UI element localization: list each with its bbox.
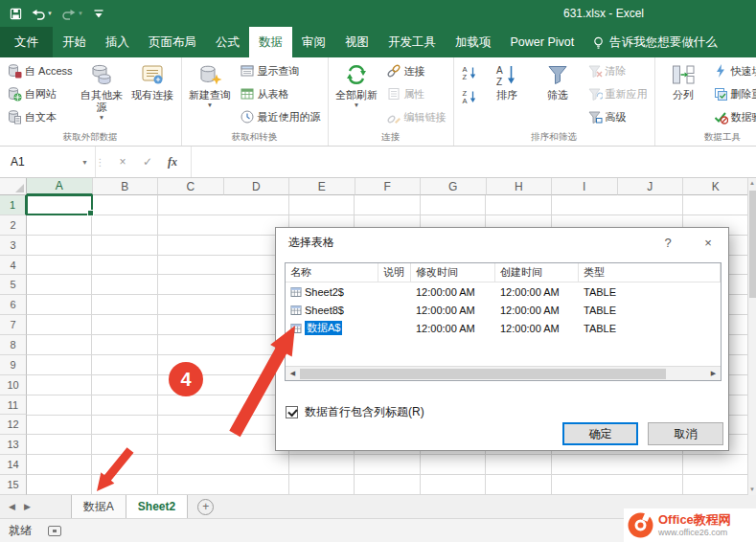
name-box-dropdown-icon[interactable]: ▼: [81, 159, 88, 166]
undo-dropdown-icon[interactable]: ▼: [47, 11, 53, 16]
row-header[interactable]: 13: [0, 435, 27, 455]
list-horizontal-scrollbar[interactable]: ◀ ▶: [286, 366, 721, 380]
column-header[interactable]: D: [224, 178, 290, 195]
list-row[interactable]: Sheet8$ 12:00:00 AM 12:00:00 AM TABLE: [286, 301, 721, 319]
row-header[interactable]: 2: [0, 215, 27, 236]
undo-button[interactable]: ▼: [32, 8, 53, 20]
row-header[interactable]: 9: [0, 355, 27, 375]
show-queries-button[interactable]: 显示查询: [236, 59, 325, 82]
row-header[interactable]: 15: [0, 475, 27, 495]
list-scroll-thumb[interactable]: [300, 369, 666, 379]
advanced-filter-button[interactable]: 高级: [584, 105, 652, 128]
clear-filter-button[interactable]: 清除: [584, 59, 652, 82]
column-header[interactable]: A: [27, 178, 93, 195]
column-header-name[interactable]: 名称: [286, 263, 378, 282]
from-web-button[interactable]: 自网站: [3, 82, 77, 105]
dialog-help-button[interactable]: ?: [648, 228, 688, 257]
connections-button[interactable]: 连接: [382, 59, 450, 82]
row-header[interactable]: 10: [0, 375, 27, 395]
scroll-left-icon[interactable]: ◀: [286, 370, 300, 377]
tab-developer[interactable]: 开发工具: [378, 27, 446, 57]
tab-review[interactable]: 审阅: [292, 27, 335, 57]
list-row-selected[interactable]: 数据A$ 12:00:00 AM 12:00:00 AM TABLE: [286, 319, 721, 337]
column-header[interactable]: B: [93, 178, 159, 195]
row-header[interactable]: 7: [0, 315, 27, 335]
macro-record-icon[interactable]: [48, 526, 61, 536]
select-all-corner[interactable]: [0, 178, 27, 195]
row-header[interactable]: 5: [0, 275, 27, 295]
flash-fill-button[interactable]: 快速填充: [709, 59, 756, 82]
scroll-down-icon[interactable]: ▼: [748, 485, 756, 495]
first-row-headers-checkbox[interactable]: [286, 406, 298, 418]
vertical-scrollbar[interactable]: ▲ ▼: [747, 178, 756, 495]
list-row[interactable]: Sheet2$ 12:00:00 AM 12:00:00 AM TABLE: [286, 282, 721, 301]
column-header[interactable]: C: [158, 178, 224, 195]
new-query-button[interactable]: 新建查询 ▼: [185, 59, 236, 131]
existing-connections-button[interactable]: 现有连接: [127, 59, 178, 131]
column-header[interactable]: I: [552, 178, 618, 195]
selected-cell-a1[interactable]: [26, 194, 93, 215]
filter-button[interactable]: 筛选: [533, 59, 584, 131]
save-button[interactable]: [10, 8, 22, 20]
from-table-button[interactable]: 从表格: [236, 82, 325, 105]
name-box-resizer[interactable]: ⋮: [95, 147, 104, 177]
redo-dropdown-icon[interactable]: ▼: [78, 11, 83, 16]
column-header[interactable]: G: [421, 178, 487, 195]
refresh-all-button[interactable]: 全部刷新 ▼: [332, 59, 382, 131]
row-header[interactable]: 8: [0, 335, 27, 355]
sort-descending-button[interactable]: ZA: [459, 86, 480, 107]
row-header[interactable]: 4: [0, 256, 27, 276]
tab-home[interactable]: 开始: [53, 27, 96, 57]
tab-power-pivot[interactable]: Power Pivot: [501, 27, 584, 57]
remove-duplicates-button[interactable]: 删除重复值: [709, 82, 756, 105]
redo-button[interactable]: ▼: [62, 8, 83, 20]
sort-ascending-button[interactable]: AZ: [459, 62, 480, 83]
sheet-tab-sheet2[interactable]: Sheet2: [126, 495, 188, 518]
column-header-modified[interactable]: 修改时间: [411, 263, 495, 282]
row-header[interactable]: 14: [0, 455, 27, 475]
sheet-nav-right-icon[interactable]: ▶: [24, 502, 31, 511]
row-header[interactable]: 1: [0, 195, 27, 215]
scroll-right-icon[interactable]: ▶: [706, 370, 721, 377]
row-header[interactable]: 12: [0, 415, 27, 435]
scroll-up-icon[interactable]: ▲: [748, 178, 756, 189]
reapply-filter-button[interactable]: 重新应用: [584, 82, 652, 105]
vertical-scroll-thumb[interactable]: [749, 191, 756, 298]
properties-button[interactable]: 属性: [382, 82, 450, 105]
column-header[interactable]: F: [355, 178, 422, 195]
formula-input[interactable]: [192, 147, 756, 177]
column-header-description[interactable]: 说明: [378, 263, 411, 282]
sheet-nav-left-icon[interactable]: ◀: [9, 502, 15, 511]
customize-quick-access-button[interactable]: [93, 9, 104, 19]
name-box[interactable]: A1 ▼: [0, 147, 95, 177]
ok-button[interactable]: 确定: [562, 422, 638, 445]
first-row-headers-option[interactable]: 数据首行包含列标题(R): [286, 404, 424, 420]
text-to-columns-button[interactable]: 分列: [658, 59, 709, 131]
column-header[interactable]: H: [487, 178, 553, 195]
column-header[interactable]: E: [289, 178, 355, 195]
tab-formulas[interactable]: 公式: [206, 27, 249, 57]
data-validation-button[interactable]: 数据验证 ▼: [709, 105, 756, 128]
tab-add-ins[interactable]: 加载项: [446, 27, 501, 57]
tab-page-layout[interactable]: 页面布局: [139, 27, 206, 57]
tab-insert[interactable]: 插入: [96, 27, 139, 57]
cancel-entry-button[interactable]: ×: [110, 155, 135, 169]
tab-view[interactable]: 视图: [335, 27, 378, 57]
insert-function-button[interactable]: fx: [160, 155, 185, 169]
row-header[interactable]: 11: [0, 395, 27, 416]
tab-data[interactable]: 数据: [249, 27, 292, 57]
column-header-type[interactable]: 类型: [579, 263, 721, 282]
column-header[interactable]: J: [618, 178, 684, 195]
dialog-close-button[interactable]: ×: [688, 228, 728, 257]
tell-me-box[interactable]: 告诉我您想要做什么: [584, 27, 726, 57]
tab-file[interactable]: 文件: [0, 27, 53, 57]
from-other-sources-button[interactable]: 自其他来源 ▼: [77, 59, 127, 131]
from-access-button[interactable]: 自 Access: [3, 59, 77, 82]
confirm-entry-button[interactable]: ✓: [135, 155, 160, 169]
row-header[interactable]: 3: [0, 236, 27, 256]
cancel-button[interactable]: 取消: [648, 422, 723, 445]
column-header[interactable]: K: [683, 178, 748, 195]
from-text-button[interactable]: 自文本: [3, 105, 77, 128]
add-sheet-button[interactable]: +: [197, 499, 214, 515]
sheet-tab-data-a[interactable]: 数据A: [71, 495, 126, 518]
